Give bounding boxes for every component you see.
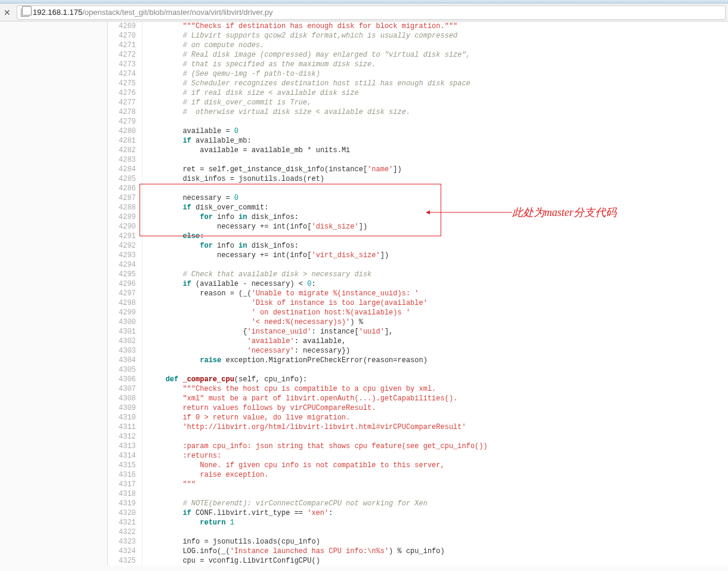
code-line: '< need:%(necessary)s)') % xyxy=(148,317,728,327)
line-number: 4308 xyxy=(119,394,136,403)
code-line xyxy=(148,117,728,126)
line-number: 4320 xyxy=(119,508,136,518)
code-line: {'instance_uuid': instance['uuid'], xyxy=(148,327,728,337)
code-line xyxy=(148,260,728,270)
line-number: 4303 xyxy=(119,346,136,356)
code-line: if CONF.libvirt.virt_type == 'xen': xyxy=(148,508,728,518)
code-line: 'Disk of instance is too large(available… xyxy=(148,298,728,308)
code-line: :returns: xyxy=(148,451,728,461)
code-line: if (available - necessary) < 0: xyxy=(148,279,728,289)
line-number: 4315 xyxy=(119,461,136,470)
line-number: 4323 xyxy=(119,537,136,547)
line-number: 4285 xyxy=(119,174,136,184)
line-number: 4283 xyxy=(119,155,136,165)
code-line: # if real disk size < available disk siz… xyxy=(148,88,728,98)
code-line: info = jsonutils.loads(cpu_info) xyxy=(148,537,728,547)
line-number: 4324 xyxy=(119,547,136,556)
code-line: necessary = 0 xyxy=(148,193,728,203)
line-number: 4299 xyxy=(119,308,136,317)
code-line: ' on destination host:%(available)s ' xyxy=(148,308,728,317)
code-line: available = available_mb * units.Mi xyxy=(148,146,728,155)
page-icon xyxy=(21,8,29,17)
code-line: raise exception. xyxy=(148,470,728,480)
url-host: 192.168.1.175 xyxy=(33,8,82,17)
url-input[interactable]: 192.168.1.175/openstack/test_git/blob/ma… xyxy=(17,5,726,20)
line-number: 4305 xyxy=(119,365,136,375)
code-line: """ xyxy=(148,480,728,489)
line-number: 4290 xyxy=(119,222,136,232)
line-number: 4298 xyxy=(119,298,136,308)
code-line: if disk_over_commit: xyxy=(148,203,728,212)
code-line: else: xyxy=(148,232,728,241)
line-number: 4322 xyxy=(119,527,136,537)
code-line: return 1 xyxy=(148,518,728,527)
code-line: # Libvirt supports qcow2 disk format,whi… xyxy=(148,31,728,41)
code-line: necessary += int(info['disk_size']) xyxy=(148,222,728,232)
code-line: raise exception.MigrationPreCheckError(r… xyxy=(148,356,728,365)
code-content[interactable]: 此处为master分支代码 """Checks if destination h… xyxy=(142,21,728,566)
line-number: 4281 xyxy=(119,136,136,146)
line-number: 4292 xyxy=(119,241,136,251)
line-number: 4287 xyxy=(119,193,136,203)
code-line: # (See qemu-img -f path-to-disk) xyxy=(148,69,728,79)
code-line: return values follows by virCPUCompareRe… xyxy=(148,403,728,413)
code-line: reason = (_('Unable to migrate %(instanc… xyxy=(148,289,728,298)
line-number: 4325 xyxy=(119,556,136,566)
code-line xyxy=(148,184,728,193)
line-number: 4279 xyxy=(119,117,136,126)
line-number: 4278 xyxy=(119,107,136,117)
code-line: # on compute nodes. xyxy=(148,41,728,50)
code-line: """Checks the host cpu is compatible to … xyxy=(148,384,728,394)
code-line: def _compare_cpu(self, cpu_info): xyxy=(148,375,728,384)
line-number: 4302 xyxy=(119,337,136,346)
line-number: 4271 xyxy=(119,41,136,50)
line-number: 4293 xyxy=(119,251,136,260)
line-number: 4284 xyxy=(119,165,136,174)
code-line: # Scheduler recognizes destination host … xyxy=(148,79,728,88)
line-number: 4272 xyxy=(119,50,136,60)
line-number: 4300 xyxy=(119,317,136,327)
code-line xyxy=(148,155,728,165)
line-number: 4275 xyxy=(119,79,136,88)
line-number: 4295 xyxy=(119,270,136,279)
line-number: 4294 xyxy=(119,260,136,270)
line-number: 4269 xyxy=(119,21,136,31)
line-number: 4291 xyxy=(119,232,136,241)
line-number: 4274 xyxy=(119,69,136,79)
code-viewer: 4269427042714272427342744275427642774278… xyxy=(107,21,728,566)
line-number: 4282 xyxy=(119,146,136,155)
line-number: 4276 xyxy=(119,88,136,98)
line-number: 4273 xyxy=(119,60,136,69)
line-number: 4313 xyxy=(119,442,136,451)
code-line: LOG.info(_('Instance launched has CPU in… xyxy=(148,547,728,556)
code-line: 'available': available, xyxy=(148,337,728,346)
line-number: 4304 xyxy=(119,356,136,365)
line-number: 4301 xyxy=(119,327,136,337)
line-number: 4314 xyxy=(119,451,136,461)
browser-nav-bar: ✕ 192.168.1.175/openstack/test_git/blob/… xyxy=(0,4,728,21)
close-icon[interactable]: ✕ xyxy=(2,8,12,17)
line-number: 4321 xyxy=(119,518,136,527)
line-number-gutter: 4269427042714272427342744275427642774278… xyxy=(108,21,142,566)
line-number: 4288 xyxy=(119,203,136,212)
line-number: 4286 xyxy=(119,184,136,193)
line-number: 4316 xyxy=(119,470,136,480)
url-text: 192.168.1.175/openstack/test_git/blob/ma… xyxy=(33,8,273,17)
code-line: """Checks if destination has enough disk… xyxy=(148,21,728,31)
code-line: disk_infos = jsonutils.loads(ret) xyxy=(148,174,728,184)
line-number: 4280 xyxy=(119,126,136,136)
line-number: 4297 xyxy=(119,289,136,298)
line-number: 4312 xyxy=(119,432,136,442)
code-line: necessary += int(info['virt_disk_size']) xyxy=(148,251,728,260)
code-line: 'http://libvirt.org/html/libvirt-libvirt… xyxy=(148,422,728,432)
code-line xyxy=(148,527,728,537)
url-path: /openstack/test_git/blob/master/nova/vir… xyxy=(82,8,272,17)
line-number: 4289 xyxy=(119,212,136,222)
code-line: ret = self.get_instance_disk_info(instan… xyxy=(148,165,728,174)
code-line: 'necessary': necessary}) xyxy=(148,346,728,356)
code-line: None. if given cpu info is not compatibl… xyxy=(148,461,728,470)
line-number: 4270 xyxy=(119,31,136,41)
line-number: 4307 xyxy=(119,384,136,394)
code-line xyxy=(148,365,728,375)
code-line: :param cpu_info: json string that shows … xyxy=(148,442,728,451)
